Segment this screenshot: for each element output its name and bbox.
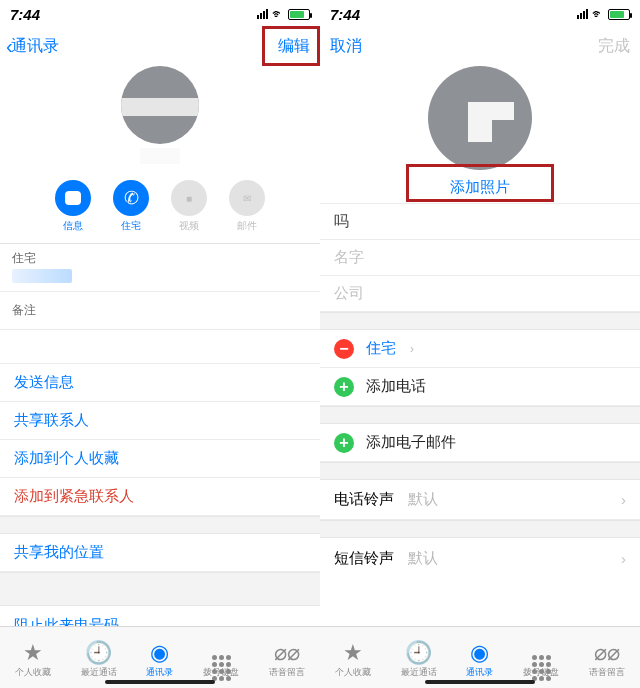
name-field[interactable]: 名字: [320, 240, 640, 276]
action-message-label: 信息: [55, 219, 91, 233]
keypad-icon: [203, 640, 239, 666]
tab-favorites[interactable]: ★个人收藏: [15, 640, 51, 679]
contact-icon: ◉: [466, 640, 493, 666]
ringtone-row[interactable]: 电话铃声 默认 ›: [320, 480, 640, 520]
phone-type-label[interactable]: 住宅: [366, 339, 396, 358]
tab-keypad[interactable]: 拨号键盘: [523, 640, 559, 679]
message-icon: [55, 180, 91, 216]
avatar[interactable]: [121, 66, 199, 144]
tab-voicemail[interactable]: ⌀⌀语音留言: [269, 640, 305, 679]
gap: [320, 406, 640, 424]
share-contact-row[interactable]: 共享联系人: [0, 402, 320, 440]
status-time: 7:44: [330, 6, 360, 23]
signal-icon: [257, 9, 268, 19]
status-right: ᯤ: [257, 7, 310, 21]
contact-name: [140, 148, 180, 164]
add-email-row[interactable]: + 添加电子邮件: [320, 424, 640, 462]
signal-icon: [577, 9, 588, 19]
add-email-label: 添加电子邮件: [366, 433, 456, 452]
surname-field[interactable]: 吗: [320, 204, 640, 240]
gap: [320, 520, 640, 538]
tab-voicemail[interactable]: ⌀⌀语音留言: [589, 640, 625, 679]
texttone-value: 默认: [394, 549, 621, 568]
label-notes[interactable]: 备注: [0, 292, 320, 330]
phone-icon: ✆: [113, 180, 149, 216]
contact-icon: ◉: [146, 640, 173, 666]
gap: [320, 312, 640, 330]
nav-bar: ‹ 通讯录 编辑: [0, 28, 320, 64]
texttone-row[interactable]: 短信铃声 默认 ›: [320, 538, 640, 578]
add-phone-label: 添加电话: [366, 377, 426, 396]
phone-number-blurred[interactable]: [12, 269, 72, 283]
tab-bar: ★个人收藏 🕘最近通话 ◉通讯录 拨号键盘 ⌀⌀语音留言: [0, 626, 320, 688]
notes-area[interactable]: [0, 330, 320, 364]
back-label: 通讯录: [11, 36, 59, 57]
add-photo-button[interactable]: 添加照片: [320, 172, 640, 203]
share-location-row[interactable]: 共享我的位置: [0, 534, 320, 572]
add-favorite-row[interactable]: 添加到个人收藏: [0, 440, 320, 478]
company-field[interactable]: 公司: [320, 276, 640, 312]
texttone-label: 短信铃声: [334, 549, 394, 568]
chevron-right-icon: ›: [410, 342, 414, 356]
battery-icon: [288, 9, 310, 20]
status-bar: 7:44 ᯤ: [320, 0, 640, 28]
content: 添加照片 吗 名字 公司 − 住宅 › + 添加电话 + 添加电子邮件: [320, 64, 640, 688]
action-video-label: 视频: [171, 219, 207, 233]
add-emergency-row[interactable]: 添加到紧急联系人: [0, 478, 320, 516]
edit-button[interactable]: 编辑: [278, 36, 310, 57]
voicemail-icon: ⌀⌀: [269, 640, 305, 666]
battery-icon: [608, 9, 630, 20]
tab-bar: ★个人收藏 🕘最近通话 ◉通讯录 拨号键盘 ⌀⌀语音留言: [320, 626, 640, 688]
video-icon: ■: [171, 180, 207, 216]
star-icon: ★: [335, 640, 371, 666]
action-call-label: 住宅: [113, 219, 149, 233]
action-mail-label: 邮件: [229, 219, 265, 233]
chevron-right-icon: ›: [621, 550, 626, 567]
tab-favorites[interactable]: ★个人收藏: [335, 640, 371, 679]
mail-icon: ✉: [229, 180, 265, 216]
back-button[interactable]: ‹ 通讯录: [6, 35, 59, 58]
add-phone-row[interactable]: + 添加电话: [320, 368, 640, 406]
contact-edit-screen: 7:44 ᯤ 取消 完成 添加照片 吗 名字 公司 − 住宅: [320, 0, 640, 688]
content: 信息 ✆ 住宅 ■ 视频 ✉ 邮件 住宅 备注 发送信息: [0, 64, 320, 688]
clock-icon: 🕘: [401, 640, 437, 666]
contact-view-screen: 7:44 ᯤ ‹ 通讯录 编辑 信息: [0, 0, 320, 688]
action-call[interactable]: ✆ 住宅: [113, 180, 149, 233]
tab-recents[interactable]: 🕘最近通话: [401, 640, 437, 679]
ringtone-label: 电话铃声: [334, 490, 394, 509]
star-icon: ★: [15, 640, 51, 666]
cancel-button[interactable]: 取消: [330, 36, 362, 57]
wifi-icon: ᯤ: [592, 7, 604, 21]
phone-home-row[interactable]: − 住宅 ›: [320, 330, 640, 368]
tab-contacts[interactable]: ◉通讯录: [146, 640, 173, 679]
tab-recents[interactable]: 🕘最近通话: [81, 640, 117, 679]
plus-icon: +: [334, 377, 354, 397]
keypad-icon: [523, 640, 559, 666]
send-message-row[interactable]: 发送信息: [0, 364, 320, 402]
plus-icon: +: [334, 433, 354, 453]
action-video: ■ 视频: [171, 180, 207, 233]
ringtone-value: 默认: [394, 490, 621, 509]
home-indicator: [105, 680, 215, 684]
gap: [0, 516, 320, 534]
nav-bar: 取消 完成: [320, 28, 640, 64]
home-indicator: [425, 680, 535, 684]
clock-icon: 🕘: [81, 640, 117, 666]
gap: [320, 462, 640, 480]
status-time: 7:44: [10, 6, 40, 23]
done-button[interactable]: 完成: [598, 36, 630, 57]
label-home: 住宅: [0, 244, 320, 269]
voicemail-icon: ⌀⌀: [589, 640, 625, 666]
action-row: 信息 ✆ 住宅 ■ 视频 ✉ 邮件: [0, 172, 320, 244]
tab-keypad[interactable]: 拨号键盘: [203, 640, 239, 679]
avatar[interactable]: [428, 66, 532, 170]
status-bar: 7:44 ᯤ: [0, 0, 320, 28]
gap: [0, 572, 320, 606]
status-right: ᯤ: [577, 7, 630, 21]
wifi-icon: ᯤ: [272, 7, 284, 21]
action-mail: ✉ 邮件: [229, 180, 265, 233]
tab-contacts[interactable]: ◉通讯录: [466, 640, 493, 679]
action-message[interactable]: 信息: [55, 180, 91, 233]
chevron-right-icon: ›: [621, 491, 626, 508]
minus-icon[interactable]: −: [334, 339, 354, 359]
